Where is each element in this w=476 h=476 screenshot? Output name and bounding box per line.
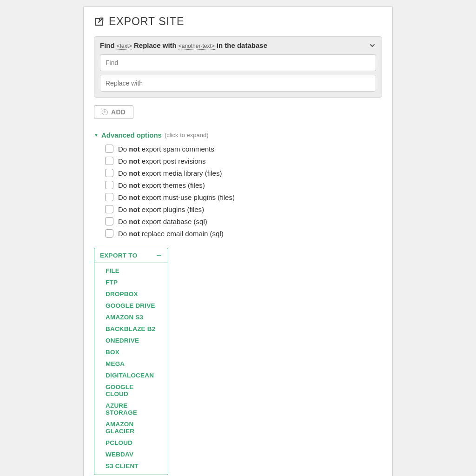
advanced-option-row[interactable]: Do not export media library (files) <box>105 167 382 179</box>
advanced-option-row[interactable]: Do not export database (sql) <box>105 215 382 227</box>
checkbox[interactable] <box>105 193 113 201</box>
checkbox[interactable] <box>105 217 113 225</box>
advanced-option-label: Do not export spam comments <box>118 145 214 153</box>
export-to-item[interactable]: WEBDAV <box>94 449 168 460</box>
export-to-item[interactable]: GOOGLE CLOUD <box>94 381 168 400</box>
export-to-item[interactable]: BOX <box>94 346 168 358</box>
checkbox[interactable] <box>105 205 113 213</box>
export-site-card: EXPORT SITE Find <text> Replace with <an… <box>83 7 393 476</box>
export-to-item[interactable]: DROPBOX <box>94 288 168 300</box>
minus-icon <box>156 252 162 259</box>
export-to-item[interactable]: AMAZON GLACIER <box>94 418 168 437</box>
find-replace-header[interactable]: Find <text> Replace with <another-text> … <box>100 41 376 50</box>
advanced-options-list: Do not export spam commentsDo not export… <box>94 143 382 239</box>
export-to-item[interactable]: BACKBLAZE B2 <box>94 323 168 335</box>
find-replace-header-text: Find <text> Replace with <another-text> … <box>100 41 267 50</box>
advanced-option-row[interactable]: Do not export themes (files) <box>105 179 382 191</box>
checkbox[interactable] <box>105 145 113 153</box>
export-to-item[interactable]: DIGITALOCEAN <box>94 370 168 381</box>
disclosure-triangle-icon: ▼ <box>94 132 99 138</box>
add-button-label: ADD <box>111 108 126 116</box>
export-to-list: FILEFTPDROPBOXGOOGLE DRIVEAMAZON S3BACKB… <box>94 263 168 475</box>
export-to-dropdown: EXPORT TO FILEFTPDROPBOXGOOGLE DRIVEAMAZ… <box>94 248 168 475</box>
advanced-options-label: Advanced options <box>101 131 162 139</box>
advanced-option-label: Do not export database (sql) <box>118 218 207 225</box>
advanced-option-label: Do not export media library (files) <box>118 169 222 177</box>
advanced-option-label: Do not replace email domain (sql) <box>118 230 224 238</box>
find-input[interactable] <box>100 54 376 71</box>
export-to-item[interactable]: FTP <box>94 277 168 288</box>
export-to-item[interactable]: MEGA <box>94 358 168 370</box>
advanced-option-label: Do not export post revisions <box>118 157 205 165</box>
export-to-item[interactable]: AZURE STORAGE <box>94 400 168 418</box>
find-replace-panel: Find <text> Replace with <another-text> … <box>94 36 382 98</box>
export-to-item[interactable]: FILE <box>94 265 168 277</box>
advanced-option-row[interactable]: Do not export must-use plugins (files) <box>105 191 382 203</box>
page-title-row: EXPORT SITE <box>94 15 382 28</box>
advanced-option-row[interactable]: Do not export post revisions <box>105 155 382 167</box>
advanced-options-toggle[interactable]: ▼ Advanced options (click to expand) <box>94 131 382 139</box>
plus-circle-icon: + <box>102 109 108 115</box>
advanced-option-label: Do not export plugins (files) <box>118 205 204 213</box>
export-to-item[interactable]: ONEDRIVE <box>94 335 168 346</box>
page-title: EXPORT SITE <box>109 15 184 28</box>
checkbox[interactable] <box>105 181 113 189</box>
advanced-option-label: Do not export themes (files) <box>118 181 205 189</box>
advanced-options-hint: (click to expand) <box>165 132 209 139</box>
export-to-item[interactable]: S3 CLIENT <box>94 460 168 472</box>
export-to-item[interactable]: GOOGLE DRIVE <box>94 300 168 311</box>
export-to-toggle[interactable]: EXPORT TO <box>94 248 168 263</box>
chevron-down-icon <box>369 42 376 49</box>
checkbox[interactable] <box>105 229 113 238</box>
replace-input[interactable] <box>100 75 376 92</box>
export-icon <box>94 17 104 27</box>
export-to-item[interactable]: AMAZON S3 <box>94 311 168 323</box>
checkbox[interactable] <box>105 169 113 177</box>
advanced-option-label: Do not export must-use plugins (files) <box>118 193 235 201</box>
advanced-option-row[interactable]: Do not export plugins (files) <box>105 203 382 215</box>
advanced-option-row[interactable]: Do not export spam comments <box>105 143 382 155</box>
export-to-label: EXPORT TO <box>100 252 137 259</box>
add-button[interactable]: + ADD <box>94 105 133 119</box>
export-to-item[interactable]: PCLOUD <box>94 437 168 449</box>
advanced-option-row[interactable]: Do not replace email domain (sql) <box>105 227 382 239</box>
checkbox[interactable] <box>105 157 113 165</box>
